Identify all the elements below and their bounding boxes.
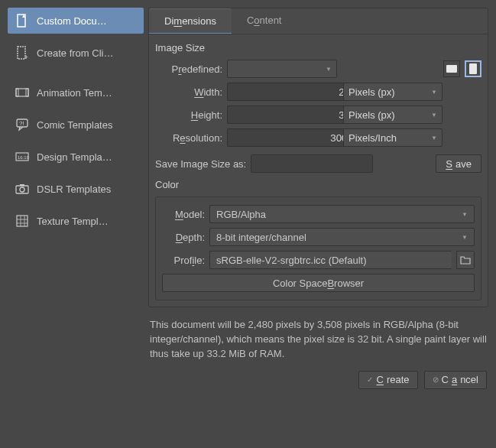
svg-rect-4 — [16, 89, 18, 96]
model-label: Model: — [162, 209, 205, 220]
profile-select[interactable]: sRGB-elle-V2-srgbtrc.icc (Default) — [209, 251, 452, 269]
svg-text:16:10: 16:10 — [18, 155, 30, 160]
width-spinbox[interactable]: ▲▼ — [227, 83, 339, 101]
chevron-down-icon: ▼ — [462, 211, 468, 218]
sidebar-item-create-from-clipboard[interactable]: + Create from Cli… — [8, 40, 144, 66]
create-button[interactable]: ✓Create — [358, 371, 417, 389]
predefined-label: Predefined: — [155, 63, 222, 75]
sidebar-item-label: Custom Docu… — [37, 15, 107, 27]
svg-text:?!: ?! — [19, 120, 24, 127]
sidebar-item-label: Create from Cli… — [37, 47, 113, 59]
chevron-down-icon: ▼ — [431, 112, 437, 118]
color-title: Color — [155, 179, 481, 190]
speech-bubble-icon: ?! — [14, 116, 31, 133]
template-sidebar: Custom Docu… + Create from Cli… Animatio… — [0, 0, 144, 448]
tab-bar: Dimensions Content — [149, 8, 488, 34]
depth-label: Depth: — [162, 232, 205, 243]
sidebar-item-texture-templates[interactable]: Texture Templ… — [8, 208, 144, 234]
clipboard-icon: + — [14, 44, 31, 61]
tab-dimensions[interactable]: Dimensions — [149, 8, 232, 34]
depth-select[interactable]: 8-bit integer/channel▼ — [209, 228, 475, 246]
resolution-spinbox[interactable]: ▲▼ — [227, 128, 339, 147]
predefined-combo[interactable]: ▼ — [227, 60, 337, 78]
height-label: Height: — [155, 109, 222, 121]
height-unit-select[interactable]: Pixels (px)▼ — [343, 106, 443, 124]
save-size-input[interactable] — [251, 154, 373, 173]
resolution-unit-select[interactable]: Pixels/Inch▼ — [343, 128, 443, 147]
profile-browse-button[interactable] — [456, 251, 475, 269]
sidebar-item-label: Texture Templ… — [37, 216, 109, 227]
orientation-portrait-button[interactable] — [465, 60, 481, 77]
svg-text:+: + — [24, 54, 28, 60]
document-info-text: This document will be 2,480 pixels by 3,… — [150, 318, 487, 362]
cancel-button[interactable]: ⊘Cancel — [424, 371, 487, 389]
profile-label: Profile: — [162, 255, 205, 266]
sidebar-item-comic-templates[interactable]: ?! Comic Templates — [8, 112, 144, 138]
sidebar-item-animation-templates[interactable]: Animation Tem… — [8, 80, 144, 106]
chevron-down-icon: ▼ — [431, 89, 437, 96]
ratio-icon: 16:10 — [14, 148, 31, 165]
main-panel: Dimensions Content Image Size Predefined… — [144, 0, 496, 448]
document-icon — [14, 12, 31, 29]
sidebar-item-label: Comic Templates — [37, 119, 112, 131]
svg-rect-5 — [26, 89, 28, 96]
check-icon: ✓ — [367, 375, 373, 384]
camera-icon — [14, 180, 31, 197]
height-spinbox[interactable]: ▲▼ — [227, 106, 339, 124]
sidebar-item-design-templates[interactable]: 16:10 Design Templa… — [8, 144, 144, 170]
sidebar-item-label: Animation Tem… — [37, 87, 112, 99]
svg-point-11 — [20, 187, 24, 192]
sidebar-item-dslr-templates[interactable]: DSLR Templates — [8, 176, 144, 202]
save-size-label: Save Image Size as: — [155, 158, 246, 170]
texture-icon — [14, 213, 31, 229]
save-size-button[interactable]: Save — [436, 154, 481, 173]
chevron-down-icon: ▼ — [462, 234, 468, 241]
svg-rect-12 — [20, 184, 24, 186]
image-size-title: Image Size — [155, 42, 481, 54]
sidebar-item-custom-document[interactable]: Custom Docu… — [8, 8, 144, 34]
chevron-down-icon: ▼ — [431, 135, 437, 141]
sidebar-item-label: Design Templa… — [37, 151, 112, 163]
orientation-landscape-button[interactable] — [443, 60, 460, 77]
svg-rect-13 — [17, 216, 28, 226]
folder-icon — [460, 255, 471, 265]
chevron-down-icon: ▼ — [326, 66, 332, 73]
model-select[interactable]: RGB/Alpha▼ — [209, 205, 475, 223]
width-label: Width: — [155, 86, 222, 98]
color-space-browser-button[interactable]: Color Space Browser — [162, 274, 475, 292]
film-icon — [14, 84, 31, 101]
svg-rect-3 — [16, 89, 28, 96]
width-unit-select[interactable]: Pixels (px)▼ — [343, 83, 443, 101]
cancel-icon: ⊘ — [433, 375, 439, 384]
sidebar-item-label: DSLR Templates — [37, 183, 111, 195]
tab-content[interactable]: Content — [232, 8, 297, 34]
resolution-label: Resolution: — [155, 132, 222, 144]
